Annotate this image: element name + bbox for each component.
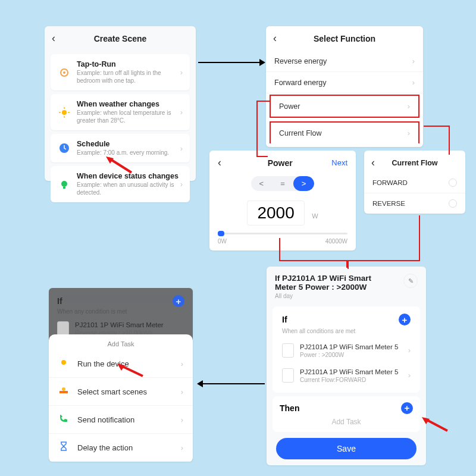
condition-row[interactable]: PJ2101A 1P WiFi Smart Meter 5 Current Fl… — [275, 363, 418, 388]
row-forward[interactable]: FORWARD — [364, 173, 465, 193]
row-reverse-energy[interactable]: Reverse energy › — [266, 51, 423, 72]
option-title: Schedule — [77, 140, 180, 148]
tap-icon — [58, 66, 71, 79]
back-icon[interactable]: ‹ — [273, 32, 284, 45]
power-slider[interactable] — [209, 228, 356, 234]
phone-icon — [58, 413, 71, 426]
power-card: ‹ Power Next < = > 2000 W 0W 40000W — [209, 151, 356, 250]
option-schedule[interactable]: Schedule Example: 7:00 a.m. every mornin… — [51, 134, 190, 162]
option-weather[interactable]: When weather changes Example: when local… — [51, 94, 190, 130]
row-current-flow[interactable]: Current Flow › — [270, 121, 419, 143]
op-eq[interactable]: = — [272, 176, 293, 191]
chevron-right-icon: › — [180, 108, 183, 117]
back-icon[interactable]: ‹ — [52, 32, 62, 45]
create-scene-card: ‹ Create Scene Tap-to-Run Example: turn … — [45, 26, 196, 181]
chevron-right-icon: › — [181, 443, 183, 452]
svg-point-2 — [62, 110, 67, 115]
option-title: Tap-to-Run — [77, 60, 180, 68]
op-gt[interactable]: > — [293, 176, 315, 191]
edit-icon[interactable]: ✎ — [403, 274, 418, 288]
svg-point-8 — [61, 181, 67, 187]
power-unit: W — [312, 212, 318, 220]
option-sub: Example: when local temperature is great… — [77, 109, 180, 124]
chevron-right-icon: › — [180, 68, 183, 77]
chevron-right-icon: › — [181, 359, 183, 368]
condition-row[interactable]: PJ2101A 1P WiFi Smart Meter 5 Power : >2… — [275, 338, 418, 363]
chevron-right-icon: › — [180, 144, 183, 153]
add-task-button[interactable]: + — [401, 402, 413, 414]
svg-point-1 — [63, 71, 65, 74]
device-icon — [282, 368, 294, 383]
operator-selector[interactable]: < = > — [251, 176, 315, 191]
operator-pills: < = > — [209, 173, 356, 195]
flow-arrow — [196, 378, 266, 390]
power-value[interactable]: 2000 — [257, 203, 294, 222]
if-sheet-card: If + When any condition is met PJ2101 1P… — [49, 288, 193, 462]
row-reverse[interactable]: REVERSE — [364, 193, 465, 214]
add-task-sheet: Add Task Run the device › Select smart s… — [49, 334, 193, 462]
scene-icon — [58, 385, 71, 398]
option-device-status[interactable]: When device status changes Example: when… — [51, 166, 190, 202]
power-scale: 0W 40000W — [209, 238, 356, 245]
clock-icon — [58, 142, 71, 155]
current-flow-card: ‹ Current Flow FORWARD REVERSE — [364, 151, 465, 214]
chevron-right-icon: › — [408, 129, 410, 137]
power-title: Power — [228, 158, 331, 168]
option-sub: Example: 7:00 a.m. every morning. — [77, 149, 180, 156]
summary-header: If PJ2101A 1P WiFi Smart Meter 5 Power :… — [267, 267, 426, 303]
then-block: Then + Add Task — [273, 396, 420, 432]
option-title: When weather changes — [77, 100, 180, 108]
svg-rect-11 — [60, 391, 68, 393]
add-condition-button[interactable]: + — [399, 314, 411, 325]
option-sub: Example: turn off all lights in the bedr… — [77, 69, 180, 84]
if-block: If + When all conditions are met PJ2101A… — [273, 306, 420, 393]
chevron-right-icon: › — [180, 180, 183, 189]
svg-marker-16 — [197, 380, 203, 387]
chevron-right-icon: › — [408, 371, 411, 380]
chevron-right-icon: › — [181, 387, 183, 396]
sun-icon — [58, 357, 71, 370]
device-icon — [282, 343, 294, 358]
red-connector — [345, 214, 422, 271]
select-function-title: Select Function — [284, 34, 405, 43]
chevron-right-icon: › — [408, 346, 411, 355]
create-scene-title: Create Scene — [62, 34, 178, 43]
task-delay[interactable]: Delay the action › — [49, 434, 193, 462]
next-button[interactable]: Next — [331, 158, 347, 167]
create-scene-header: ‹ Create Scene — [45, 26, 196, 51]
option-tap-to-run[interactable]: Tap-to-Run Example: turn off all lights … — [51, 54, 190, 90]
row-forward-energy[interactable]: Forward energy › — [266, 72, 423, 93]
option-title: When device status changes — [77, 172, 180, 180]
task-run-device[interactable]: Run the device › — [49, 350, 193, 378]
power-header: ‹ Power Next — [209, 151, 356, 173]
select-function-card: ‹ Select Function Reverse energy › Forwa… — [266, 26, 423, 147]
task-select-scenes[interactable]: Select smart scenes › — [49, 378, 193, 406]
flow-arrow — [197, 57, 265, 68]
radio-icon — [449, 178, 457, 187]
svg-point-12 — [62, 387, 65, 391]
power-value-row: 2000 W — [209, 195, 356, 228]
radio-icon — [449, 199, 457, 208]
current-flow-header: ‹ Current Flow — [364, 151, 465, 173]
svg-marker-14 — [259, 59, 265, 66]
add-condition-button[interactable]: + — [173, 295, 184, 307]
current-flow-title: Current Flow — [382, 159, 447, 167]
sun-icon — [58, 106, 71, 119]
chevron-right-icon: › — [412, 57, 415, 65]
chevron-right-icon: › — [408, 102, 410, 111]
hourglass-icon — [58, 441, 71, 454]
chevron-right-icon: › — [412, 78, 415, 87]
save-button[interactable]: Save — [276, 438, 416, 459]
op-lt[interactable]: < — [251, 176, 273, 191]
svg-point-10 — [61, 360, 66, 365]
back-icon[interactable]: ‹ — [371, 156, 382, 169]
task-send-notification[interactable]: Send notification › — [49, 406, 193, 434]
chevron-right-icon: › — [181, 415, 183, 424]
sheet-title: Add Task — [49, 334, 193, 350]
bulb-icon — [58, 178, 71, 191]
row-power[interactable]: Power › — [270, 95, 419, 118]
back-icon[interactable]: ‹ — [218, 156, 228, 169]
summary-card: If PJ2101A 1P WiFi Smart Meter 5 Power :… — [267, 267, 426, 465]
select-function-header: ‹ Select Function — [266, 26, 423, 51]
device-icon — [57, 321, 69, 336]
